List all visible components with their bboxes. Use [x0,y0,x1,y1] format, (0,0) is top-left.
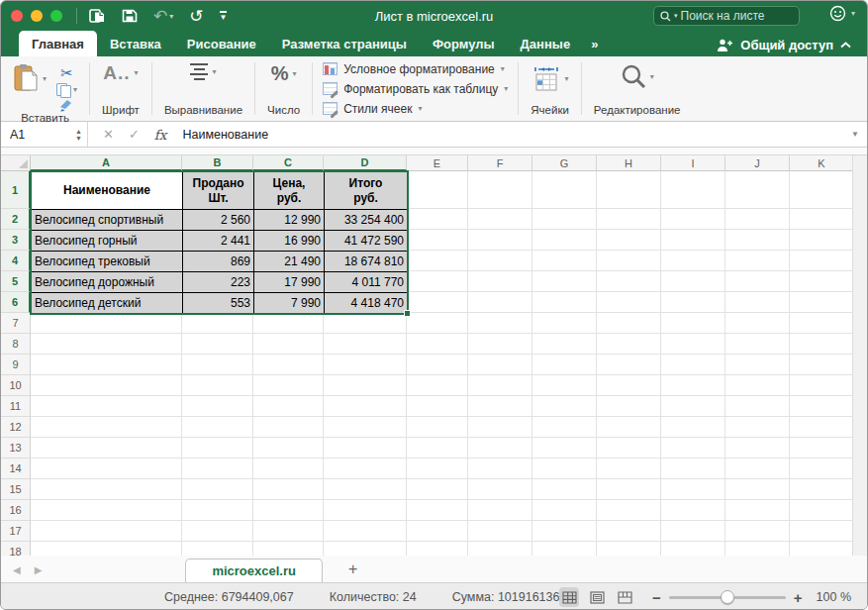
grid-cell-E8[interactable] [407,334,468,355]
grid-cell-G17[interactable] [532,521,597,542]
grid-cell-I16[interactable] [661,500,725,521]
grid-cell-F18[interactable] [468,542,532,556]
redo-button[interactable]: ↺ [189,8,203,25]
table-cell[interactable]: 4 418 470 [325,293,407,313]
grid-cell-B10[interactable] [182,375,253,396]
grid-cell-H13[interactable] [597,438,661,458]
grid-cell-G14[interactable] [532,458,597,479]
confirm-entry-icon[interactable]: ✓ [129,127,140,142]
grid-cell-D11[interactable] [324,396,407,417]
grid-cell-J7[interactable] [725,313,790,334]
tab-page-layout[interactable]: Разметка страницы [269,31,420,56]
grid-cell-G3[interactable] [532,230,597,251]
grid-cell-E17[interactable] [407,521,468,542]
tab-data[interactable]: Данные [508,31,584,56]
undo-dropdown-icon[interactable]: ▾ [169,12,173,21]
grid-cell-C9[interactable] [253,355,324,375]
grid-cell-I11[interactable] [661,396,725,417]
grid-cell-G5[interactable] [532,271,597,292]
column-header-D[interactable]: D [324,155,407,171]
grid-cell-H12[interactable] [597,417,661,438]
grid-cell-I5[interactable] [661,271,725,292]
row-header-3[interactable]: 3 [1,230,31,251]
grid-cell-J15[interactable] [725,479,790,500]
table-cell[interactable]: 2 441 [183,231,253,251]
grid-cell-K15[interactable] [790,479,854,500]
paste-dropdown-icon[interactable]: ▾ [43,74,47,83]
grid-cell-A13[interactable] [31,438,182,458]
grid-cell-H14[interactable] [597,458,661,479]
row-header-16[interactable]: 16 [1,500,31,521]
collapse-ribbon-icon[interactable] [840,42,851,49]
grid-cell-K14[interactable] [790,458,854,479]
grid-cell-H6[interactable] [597,292,661,313]
grid-cell-I13[interactable] [661,438,725,458]
tab-draw[interactable]: Рисование [174,31,269,56]
row-header-10[interactable]: 10 [1,375,31,396]
grid-cell-B15[interactable] [182,479,253,500]
grid-cell-J17[interactable] [725,521,790,542]
number-group[interactable]: %▾ Число [255,56,312,121]
formula-content[interactable]: Наименование [182,128,268,142]
grid-cell-D18[interactable] [324,542,407,556]
grid-cell-F5[interactable] [468,271,532,292]
grid-cell-J5[interactable] [725,271,790,292]
grid-cell-A10[interactable] [31,375,182,396]
grid-cell-E13[interactable] [407,438,468,458]
grid-cell-A7[interactable] [31,313,182,334]
grid-cell-K3[interactable] [790,230,854,251]
table-cell[interactable]: 21 490 [254,252,324,271]
grid-cell-E5[interactable] [407,271,468,292]
grid-cell-E6[interactable] [407,292,468,313]
grid-cell-D7[interactable] [324,313,407,334]
table-header-cell[interactable]: Продано Шт. [183,172,253,209]
grid-cell-H1[interactable] [597,171,661,209]
grid-cell-C11[interactable] [253,396,324,417]
grid-cell-K1[interactable] [790,171,854,209]
grid-cell-H16[interactable] [597,500,661,521]
zoom-slider-thumb[interactable] [721,590,734,604]
grid-cell-D15[interactable] [324,479,407,500]
grid-cell-H5[interactable] [597,271,661,292]
grid-cell-G15[interactable] [532,479,597,500]
grid-cell-B11[interactable] [182,396,253,417]
grid-cell-F3[interactable] [468,230,532,251]
share-button[interactable]: Общий доступ [717,38,867,56]
grid-cell-I12[interactable] [661,417,725,438]
grid-cell-H11[interactable] [597,396,661,417]
grid-cell-E18[interactable] [407,542,468,556]
grid-cell-J8[interactable] [725,334,790,355]
grid-cell-H3[interactable] [597,230,661,251]
table-cell[interactable]: 41 472 590 [325,231,407,251]
normal-view-button[interactable] [559,587,579,607]
grid-cell-F14[interactable] [468,458,532,479]
grid-cell-C12[interactable] [253,417,324,438]
grid-cell-K12[interactable] [790,417,854,438]
grid-cell-J14[interactable] [725,458,790,479]
zoom-slider[interactable] [669,596,786,599]
tab-formulas[interactable]: Формулы [420,31,508,56]
row-header-11[interactable]: 11 [1,396,31,417]
vertical-scrollbar[interactable] [852,155,867,556]
grid-cell-E4[interactable] [407,251,468,271]
table-cell[interactable]: 16 990 [254,231,324,251]
grid-cell-F16[interactable] [468,500,532,521]
editing-dropdown-icon[interactable]: ▾ [650,72,654,81]
grid-cell-B14[interactable] [182,458,253,479]
grid-cell-K16[interactable] [790,500,854,521]
grid-cell-H2[interactable] [597,209,661,230]
grid-cell-A12[interactable] [31,417,182,438]
grid-cell-C16[interactable] [253,500,324,521]
grid-cell-F10[interactable] [468,375,532,396]
row-header-4[interactable]: 4 [1,251,31,271]
grid-cell-H4[interactable] [597,251,661,271]
grid-cell-D16[interactable] [324,500,407,521]
grid-cell-E2[interactable] [407,209,468,230]
grid-cell-E10[interactable] [407,375,468,396]
grid-cell-F17[interactable] [468,521,532,542]
grid-cell-H15[interactable] [597,479,661,500]
table-cell[interactable]: Велосипед дорожный [32,272,182,292]
print-icon[interactable] [89,8,106,24]
font-dropdown-icon[interactable]: ▾ [135,68,139,77]
grid-cell-J3[interactable] [725,230,790,251]
